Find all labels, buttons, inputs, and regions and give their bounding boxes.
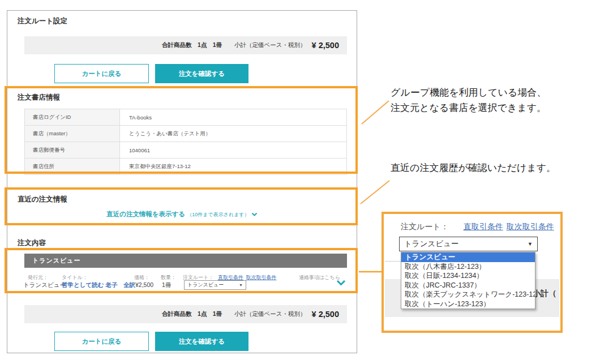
shop-master-value: とうこう・あい書店（テスト用）: [120, 126, 346, 142]
annotation-group-line2: 注文元となる書店を選択できます。: [391, 100, 546, 115]
shop-zip-value: 1040061: [120, 142, 346, 158]
quantity-value: 1冊: [162, 281, 171, 289]
route-options-list: トランスビュー 取次（八木書店-12-123） 取次（日販-1234-1234）…: [401, 252, 535, 309]
back-to-cart-label: カートに戻る: [82, 70, 121, 78]
popup-background-line: [385, 261, 401, 262]
publisher-label: 発行元：: [28, 274, 48, 281]
confirm-order-label: 注文を確認する: [179, 70, 225, 78]
dropdown-option[interactable]: 取次（八木書店-12-123）: [401, 262, 535, 272]
route-select[interactable]: トランスビュー ▼: [184, 280, 246, 290]
confirm-order-button[interactable]: 注文を確認する: [155, 332, 248, 351]
back-to-cart-button[interactable]: カートに戻る: [54, 64, 149, 83]
publisher-group-bar: トランスビュー: [24, 254, 347, 268]
chevron-down-icon[interactable]: [251, 212, 258, 217]
route-select-value: トランスビュー: [187, 281, 224, 289]
shop-address-value: 東京都中央区銀座7-13-12: [120, 159, 346, 174]
show-recent-orders-link[interactable]: 直近の注文情報を表示する（10件まで表示されます）: [106, 211, 258, 217]
dropdown-option[interactable]: 取次（楽天ブックスネットワーク-123-123）: [401, 290, 535, 299]
annotation-group-feature: グループ機能を利用している場合、 注文元となる書店を選択できます。: [391, 85, 546, 115]
caret-down-icon: ▼: [528, 241, 533, 247]
order-item-row: 発行元： トランスビュー タイトル： 哲学として読む 老子 全訳 価格： ¥2,…: [7, 269, 357, 298]
recent-orders-toggle-wrap: 直近の注文情報を表示する（10件まで表示されます）: [7, 210, 357, 219]
show-recent-orders-note: （10件まで表示されます）: [187, 212, 249, 217]
agency-terms-link[interactable]: 取次取引条件: [246, 275, 276, 280]
summary-subtotal-label: 小計（定価ベース・税別）: [234, 310, 306, 318]
shop-master-label: 書店（master）: [25, 126, 120, 142]
summary-subtotal-label: 小計（定価ベース・税別）: [234, 41, 306, 49]
popup-background-fragment: 小計（: [533, 289, 556, 299]
show-recent-orders-label: 直近の注文情報を表示する: [106, 211, 185, 217]
back-to-cart-label: カートに戻る: [82, 337, 121, 346]
table-row: 書店（master） とうこう・あい書店（テスト用）: [25, 126, 346, 142]
title-label: タイトル：: [62, 274, 88, 281]
contact-label: 連絡事項はこちら: [299, 274, 340, 281]
connector-line-recent-note: [361, 181, 389, 204]
back-to-cart-button[interactable]: カートに戻る: [54, 332, 149, 351]
annotation-recent-text: 直近の注文履歴が確認いただけます。: [391, 160, 556, 175]
order-contents-title: 注文内容: [18, 238, 46, 248]
table-row: 書店郵便番号 1040061: [25, 142, 346, 159]
summary-items-count: 合計商品数 1点 1冊: [162, 310, 222, 318]
dropdown-option[interactable]: 取次（JRC-JRC-1337）: [401, 281, 535, 290]
publisher-group-label: トランスビュー: [32, 256, 81, 265]
quantity-label: 数量：: [161, 274, 176, 281]
confirm-order-button[interactable]: 注文を確認する: [155, 64, 248, 83]
shop-info-title: 注文書店情報: [18, 93, 60, 102]
route-label-text: 注文ルート：: [183, 275, 213, 280]
shop-login-id-label: 書店ログインID: [25, 109, 120, 125]
popup-route-select-value: トランスビュー: [404, 239, 458, 249]
popup-route-row: 注文ルート：直取引条件取次取引条件: [401, 222, 554, 232]
price-value: ¥2,500: [135, 281, 153, 288]
table-row: 書店ログインID TA-books: [25, 109, 346, 126]
caret-down-icon: ▼: [239, 283, 243, 287]
summary-bar-bottom: 合計商品数 1点 1冊 小計（定価ベース・税別） ¥ 2,500: [24, 305, 347, 323]
popup-route-select[interactable]: トランスビュー ▼: [399, 237, 538, 251]
annotation-group-line1: グループ機能を利用している場合、: [391, 85, 546, 100]
contact-chevron-down-icon[interactable]: [336, 280, 346, 286]
shop-zip-label: 書店郵便番号: [25, 142, 120, 158]
summary-bar-top: 合計商品数 1点 1冊 小計（定価ベース・税別） ¥ 2,500: [24, 36, 347, 54]
dropdown-option[interactable]: 取次（トーハン-123-123）: [401, 299, 535, 309]
publisher-value: トランスビュー: [23, 281, 66, 289]
annotation-recent-history: 直近の注文履歴が確認いただけます。: [391, 160, 556, 175]
page-title: 注文ルート設定: [18, 16, 67, 26]
connector-line-group-note: [362, 101, 389, 124]
recent-orders-title: 直近の注文情報: [18, 195, 67, 204]
dropdown-option-selected[interactable]: トランスビュー: [401, 252, 535, 262]
table-row: 書店住所 東京都中央区銀座7-13-12: [25, 159, 346, 175]
summary-items-count: 合計商品数 1点 1冊: [162, 41, 222, 49]
shop-address-label: 書店住所: [25, 159, 120, 174]
confirm-order-label: 注文を確認する: [179, 337, 225, 346]
summary-subtotal-value: ¥ 2,500: [312, 310, 339, 319]
book-title-link[interactable]: 哲学として読む 老子 全訳: [62, 281, 135, 289]
price-label: 価格：: [134, 274, 149, 281]
order-route-settings-panel: 注文ルート設定 合計商品数 1点 1冊 小計（定価ベース・税別） ¥ 2,500…: [7, 10, 357, 353]
dropdown-option[interactable]: 取次（日販-1234-1234）: [401, 271, 535, 281]
direct-terms-link[interactable]: 直取引条件: [218, 275, 243, 280]
popup-route-label: 注文ルート：: [401, 222, 449, 231]
page: { "main": { "title": "注文ルート設定", "summary…: [0, 0, 600, 364]
popup-agency-terms-link[interactable]: 取次取引条件: [507, 222, 554, 231]
summary-subtotal-value: ¥ 2,500: [312, 41, 339, 50]
shop-info-table: 書店ログインID TA-books 書店（master） とうこう・あい書店（テ…: [24, 109, 347, 175]
shop-login-id-value: TA-books: [120, 109, 346, 125]
popup-direct-terms-link[interactable]: 直取引条件: [464, 222, 503, 231]
route-dropdown-popup: 小計（ 注文ルート：直取引条件取次取引条件 トランスビュー ▼ トランスビュー …: [382, 212, 563, 333]
